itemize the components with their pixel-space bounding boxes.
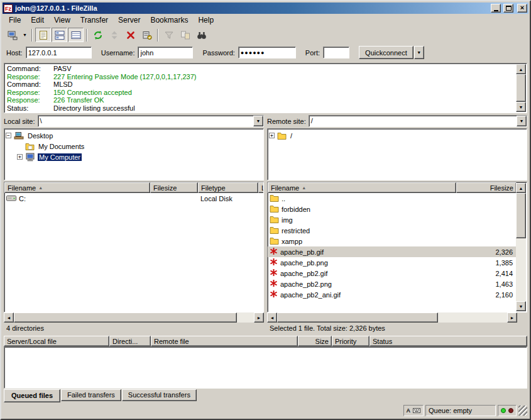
compare-button[interactable]: [177, 28, 193, 42]
scroll-thumb[interactable]: [516, 74, 526, 102]
port-input[interactable]: [323, 47, 349, 58]
scroll-thumb[interactable]: [277, 312, 438, 323]
toggle-queue-button[interactable]: [68, 28, 84, 42]
quickconnect-button[interactable]: Quickconnect: [359, 46, 413, 59]
file-row[interactable]: img: [268, 214, 517, 225]
file-row[interactable]: apache_pb2.png 1,463: [268, 279, 517, 289]
scroll-down-icon[interactable]: ▼: [516, 102, 526, 112]
column-filename[interactable]: Filename▲: [268, 182, 456, 193]
scroll-thumb[interactable]: [14, 312, 237, 323]
file-name: img: [282, 216, 293, 224]
refresh-button[interactable]: [90, 28, 106, 42]
tree-panes: Local site: \ ▼ − Desktop My Documents: [4, 115, 527, 180]
menu-file[interactable]: File: [4, 14, 26, 26]
cancel-button[interactable]: [123, 28, 138, 42]
file-size: 2,160: [456, 291, 517, 299]
close-button[interactable]: ×: [517, 4, 527, 13]
file-row[interactable]: apache_pb.png 1,385: [268, 257, 517, 268]
scroll-up-icon[interactable]: ▲: [516, 64, 526, 74]
file-row-selected[interactable]: apache_pb.gif 2,326: [268, 246, 517, 257]
disconnect-button[interactable]: [139, 28, 155, 42]
filter-button[interactable]: [161, 28, 177, 42]
menu-edit[interactable]: Edit: [26, 14, 49, 26]
scroll-up-icon[interactable]: ▲: [516, 183, 526, 193]
image-file-icon: [270, 279, 278, 289]
menu-server[interactable]: Server: [113, 14, 145, 26]
username-input[interactable]: [138, 47, 193, 58]
scroll-right-icon[interactable]: ►: [254, 312, 264, 323]
expand-icon[interactable]: +: [17, 154, 23, 160]
remote-site-combo[interactable]: / ▼: [309, 115, 527, 127]
file-row-c-drive[interactable]: C: Local Disk: [4, 193, 263, 204]
local-horizontal-scrollbar[interactable]: ◄ ►: [4, 312, 264, 323]
column-priority[interactable]: Priority: [332, 336, 370, 346]
scroll-down-icon[interactable]: ▼: [516, 301, 526, 311]
file-row[interactable]: apache_pb2.gif 2,414: [268, 268, 517, 279]
log-text: PASV: [53, 65, 72, 73]
resize-grip[interactable]: [518, 406, 527, 416]
site-manager-dropdown[interactable]: ▼: [21, 28, 29, 42]
process-queue-button[interactable]: [106, 28, 122, 42]
toggle-treeview-button[interactable]: [52, 28, 67, 42]
toolbar-separator: [31, 29, 33, 41]
column-filename[interactable]: Filename▲: [4, 182, 150, 193]
file-row[interactable]: restricted: [268, 225, 517, 236]
toolbar: ▼: [3, 26, 528, 43]
remote-vertical-scrollbar[interactable]: ▲ ▼: [516, 183, 526, 311]
scroll-thumb[interactable]: [516, 193, 526, 238]
find-button[interactable]: [194, 28, 209, 42]
log-label: Status:: [7, 104, 53, 113]
scroll-left-icon[interactable]: ◄: [4, 312, 14, 323]
column-filetype[interactable]: Filetype: [198, 182, 258, 193]
combo-dropdown-icon[interactable]: ▼: [517, 116, 527, 126]
column-direction[interactable]: Directi...: [109, 336, 151, 346]
indicator-panel: A: [403, 405, 424, 416]
file-row[interactable]: forbidden: [268, 204, 517, 214]
file-row[interactable]: ..: [268, 193, 517, 204]
image-file-icon: [270, 247, 278, 257]
column-size[interactable]: Size: [298, 336, 332, 346]
menu-help[interactable]: Help: [193, 14, 219, 26]
toggle-log-button[interactable]: [35, 28, 51, 42]
drive-icon: [6, 194, 16, 203]
keyboard-icon: [413, 407, 420, 414]
minimize-button[interactable]: [491, 4, 501, 13]
quickconnect-dropdown[interactable]: ▼: [414, 46, 424, 59]
collapse-icon[interactable]: −: [6, 133, 11, 138]
file-size: 1,385: [456, 259, 517, 267]
tab-queued-files[interactable]: Queued files: [4, 389, 60, 402]
column-filesize[interactable]: Filesize: [150, 182, 198, 193]
sort-ascending-icon: ▲: [38, 185, 43, 190]
file-name: apache_pb.png: [280, 259, 328, 267]
file-row[interactable]: apache_pb2_ani.gif 2,160: [268, 289, 517, 300]
scroll-left-icon[interactable]: ◄: [267, 312, 277, 323]
combo-dropdown-icon[interactable]: ▼: [253, 116, 263, 126]
local-site-combo[interactable]: \ ▼: [38, 115, 264, 127]
column-status[interactable]: Status: [370, 336, 527, 346]
tree-item-my-computer[interactable]: + My Computer: [17, 152, 262, 162]
menu-transfer[interactable]: Transfer: [75, 14, 113, 26]
tree-item-my-documents[interactable]: My Documents: [17, 141, 262, 152]
column-remote-file[interactable]: Remote file: [151, 336, 298, 346]
tab-failed-transfers[interactable]: Failed transfers: [61, 389, 121, 401]
column-filesize[interactable]: Filesize: [456, 182, 517, 193]
site-manager-button[interactable]: [4, 28, 20, 42]
tree-item-root[interactable]: + /: [269, 130, 525, 141]
menu-view[interactable]: View: [49, 14, 75, 26]
host-input[interactable]: [26, 47, 92, 58]
log-scrollbar[interactable]: ▲ ▼: [516, 64, 526, 112]
titlebar: Fz john@127.0.0.1 - FileZilla ×: [3, 3, 528, 14]
message-log: Command:PASV Response:227 Entering Passi…: [4, 63, 527, 113]
tree-item-desktop[interactable]: − Desktop: [6, 130, 262, 141]
column-server-local-file[interactable]: Server/Local file: [4, 336, 109, 346]
tab-successful-transfers[interactable]: Successful transfers: [122, 389, 197, 401]
scroll-right-icon[interactable]: ►: [507, 312, 517, 323]
maximize-button[interactable]: [503, 4, 513, 13]
expand-icon[interactable]: +: [269, 133, 275, 138]
remote-horizontal-scrollbar[interactable]: ◄ ►: [267, 312, 517, 323]
column-last-modified[interactable]: L: [258, 182, 264, 193]
password-input[interactable]: [238, 47, 296, 58]
window-title: john@127.0.0.1 - FileZilla: [15, 4, 488, 12]
menu-bookmarks[interactable]: Bookmarks: [145, 14, 193, 26]
file-row[interactable]: xampp: [268, 236, 517, 246]
